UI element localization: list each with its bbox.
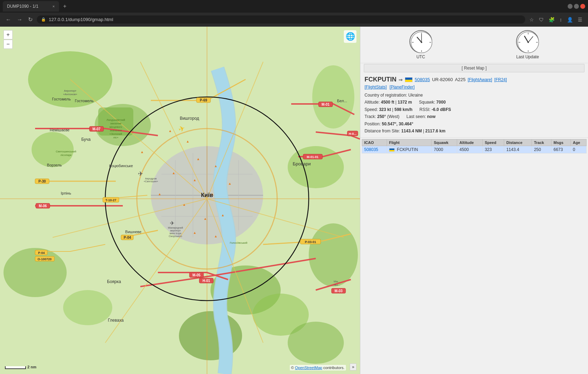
col-speed[interactable]: Speed (482, 139, 504, 146)
window-close[interactable] (580, 4, 585, 9)
svg-text:імені Ігоря: імені Ігоря (169, 232, 181, 235)
osm-credit-suffix: contributors. (322, 366, 345, 370)
table-row[interactable]: 508035 FCKPUTIN 7000 4500 323 1143.4 250… (362, 146, 587, 153)
main-content: ✈ ✈ ✈ ▲ ▲ ▲ ▲ ▲ ▲ ▲ ▲ ▲ ▲ ▲ ▲ ▲ ▲ ▲ Київ… (0, 27, 588, 374)
address-bar[interactable]: 🔒 127.0.0.1/dump1090/gmap.html (37, 15, 525, 24)
svg-point-4 (32, 132, 74, 167)
svg-text:Аеродром: Аеродром (145, 177, 157, 180)
back-button[interactable]: ← (4, 15, 13, 24)
refresh-button[interactable]: ↻ (27, 15, 34, 24)
flight-link-flightstats[interactable]: [FlightStats] (365, 85, 387, 90)
svg-text:P-30: P-30 (38, 179, 46, 183)
cell-track: 250 (532, 146, 551, 153)
flight-link-fr24[interactable]: [FR24] (494, 77, 507, 82)
svg-text:▲: ▲ (193, 231, 196, 235)
cell-age: 0 (570, 146, 586, 153)
col-icao[interactable]: ICAO (362, 139, 387, 146)
window-maximize[interactable] (574, 4, 579, 9)
flight-link-planefinder[interactable]: [PlaneFinder] (389, 85, 414, 90)
flight-icao-link[interactable]: 508035 (415, 77, 430, 82)
svg-text:▲: ▲ (221, 213, 225, 217)
browser-tab[interactable]: DUMP1090 - 1/1 × (3, 1, 59, 12)
cell-speed: 323 (482, 146, 504, 153)
bookmark-icon[interactable]: ☆ (528, 16, 535, 23)
right-panel: UTC Last (360, 27, 588, 374)
flight-direction-arrow: ⇒ (399, 77, 403, 83)
svg-text:▲: ▲ (172, 171, 175, 175)
svg-text:▲: ▲ (182, 203, 186, 206)
svg-text:P-03-01: P-03-01 (305, 240, 316, 244)
svg-point-7 (288, 146, 344, 188)
distance-detail: Distance from Site: 1143.4 NM | 2117.6 k… (365, 127, 584, 134)
svg-text:«Бо...: «Бо... (334, 284, 340, 286)
svg-text:Гостомель: Гостомель (52, 97, 71, 101)
flight-callsign: FCKPUTIN (365, 76, 396, 83)
extension-icon[interactable]: 🧩 (547, 16, 556, 23)
sync-icon[interactable]: ↕ (558, 16, 563, 23)
zoom-out-button[interactable]: − (4, 40, 13, 49)
flight-type: A225 (455, 77, 466, 82)
globe-icon: 🌐 (346, 32, 355, 41)
svg-text:▲: ▲ (196, 157, 200, 161)
menu-icon[interactable]: ☰ (576, 16, 584, 23)
svg-point-11 (4, 248, 67, 297)
map-scale: 2 nm (5, 365, 36, 369)
shield-icon[interactable]: 🛡 (537, 16, 545, 23)
map-controls: + − (4, 30, 13, 49)
svg-text:Голосіївський: Голосіївський (230, 241, 247, 244)
svg-text:▲: ▲ (228, 182, 232, 185)
utc-clock-svg (410, 31, 433, 54)
nav-actions: ☆ 🛡 🧩 ↕ 👤 ☰ (528, 16, 584, 23)
svg-text:O-100720: O-100720 (38, 257, 52, 261)
last-update-clock-svg (517, 31, 540, 54)
profile-icon[interactable]: 👤 (566, 16, 574, 23)
svg-text:місцевого: місцевого (109, 125, 122, 129)
forward-button[interactable]: → (15, 15, 24, 24)
col-msgs[interactable]: Msgs (551, 139, 570, 146)
zoom-in-button[interactable]: + (4, 30, 13, 39)
flight-link-flightaware[interactable]: [FlightAware] (468, 77, 492, 82)
altitude-detail: Altitude: 4500 ft | 1372 m (365, 99, 412, 106)
svg-text:Сікорського: Сікорського (169, 235, 182, 238)
svg-text:▲: ▲ (168, 129, 172, 133)
detail-row-2: Speed: 323 kt | 598 km/h RSSI: -6.0 dBFS (365, 106, 584, 113)
svg-text:Немішаєве: Немішаєве (50, 128, 69, 132)
svg-text:P-69: P-69 (200, 98, 207, 102)
map-area[interactable]: ✈ ✈ ✈ ▲ ▲ ▲ ▲ ▲ ▲ ▲ ▲ ▲ ▲ ▲ ▲ ▲ ▲ ▲ Київ… (0, 27, 360, 374)
position-detail: Position: 50.547°, 30.464° (365, 120, 584, 127)
flight-details: Country of registration: Ukraine Altitud… (365, 92, 584, 134)
tab-bar: DUMP1090 - 1/1 × + (0, 0, 588, 13)
svg-text:Бровари: Бровари (293, 161, 310, 166)
svg-text:«Святошин»: «Святошин» (144, 180, 158, 183)
col-flight[interactable]: Flight (387, 139, 432, 146)
osm-credit: © OpenStreetMap contributors. (290, 365, 346, 370)
cell-msgs: 6673 (551, 146, 570, 153)
window-minimize[interactable] (568, 4, 573, 9)
reset-map-button[interactable]: [ Reset Map ] (364, 64, 584, 72)
cell-flag-flight: FCKPUTIN (387, 146, 432, 153)
svg-point-6 (312, 65, 354, 129)
osm-expand-button[interactable]: » (350, 363, 356, 370)
tab-close-button[interactable]: × (53, 4, 55, 8)
col-distance[interactable]: Distance (504, 139, 532, 146)
svg-text:Міжнародний: Міжнародний (168, 227, 183, 229)
osm-link[interactable]: OpenStreetMap (295, 366, 322, 370)
osm-credit-symbol: © (291, 366, 295, 370)
svg-text:M-01-01: M-01-01 (307, 155, 319, 159)
flight-table-body: 508035 FCKPUTIN 7000 4500 323 1143.4 250… (362, 146, 587, 153)
svg-text:▲: ▲ (140, 150, 144, 154)
svg-text:P-04: P-04 (38, 251, 45, 255)
globe-button[interactable]: 🌐 (344, 30, 356, 43)
new-tab-button[interactable]: + (60, 2, 69, 11)
svg-point-12 (63, 290, 112, 325)
col-altitude[interactable]: Altitude (457, 139, 482, 146)
svg-text:Вишневе: Вишневе (125, 230, 141, 234)
cell-icao: 508035 (362, 146, 387, 153)
svg-point-8 (309, 223, 358, 287)
clocks-row: UTC Last (360, 27, 588, 63)
col-age[interactable]: Age (570, 139, 586, 146)
flight-table: ICAO Flight Squawk Altitude Speed Distan… (362, 139, 587, 153)
row-flag (389, 148, 395, 152)
col-squawk[interactable]: Squawk (432, 139, 457, 146)
col-track[interactable]: Track (532, 139, 551, 146)
